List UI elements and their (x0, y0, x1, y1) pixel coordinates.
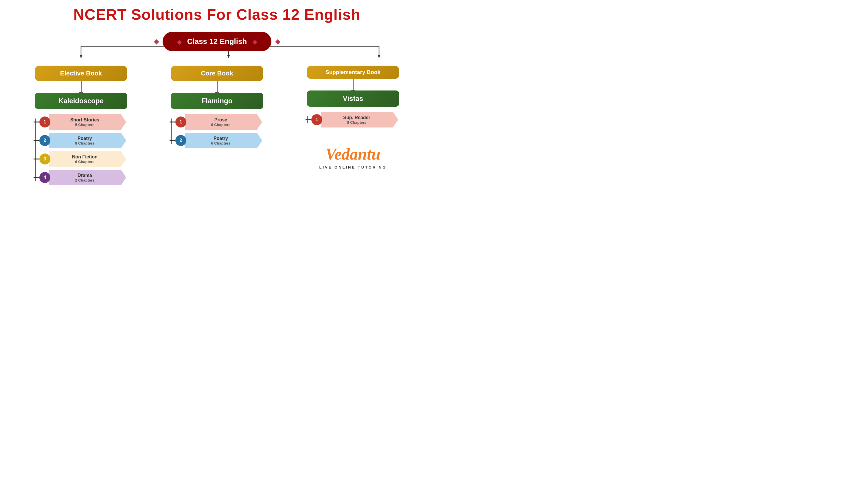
poetry-core-subtitle: 6 Chapters (211, 141, 230, 145)
column-supplementary: Supplementary Book Vistas 1 Sup. Reader (289, 66, 416, 169)
core-type-label: Core Book (201, 70, 233, 77)
chapter-arrow-poetry-core: Poetry 6 Chapters (185, 133, 262, 148)
non-fiction-subtitle: 6 Chapters (75, 160, 94, 164)
chapter-arrow-short-stories: Short Stories 5 Chapters (49, 114, 126, 130)
column-core: Core Book Flamingo 1 Prose 8 Chapt (153, 66, 281, 148)
chapter-num-1-core: 1 (175, 117, 186, 128)
drama-subtitle: 2 Chapters (75, 178, 94, 183)
prose-title: Prose (214, 117, 227, 123)
chapter-num-2-core: 2 (175, 135, 186, 146)
chapter-num-1-supplementary: 1 (311, 114, 322, 125)
elective-bracket (35, 119, 36, 181)
chapter-arrow-prose: Prose 8 Chapters (185, 114, 262, 130)
chapter-sup-reader[interactable]: 1 Sup. Reader 8 Chapters (311, 112, 398, 128)
columns: Elective Book Kaleidoscope 1 (11, 66, 423, 185)
elective-type-label: Elective Book (60, 70, 102, 77)
drama-title: Drama (78, 172, 92, 178)
arrow-down-elective (81, 81, 82, 93)
supplementary-type-label: Supplementary Book (326, 69, 380, 75)
flamingo-label: Flamingo (202, 97, 232, 105)
core-chapters-list: 1 Prose 8 Chapters 2 Poetry 6 Chapter (171, 114, 263, 148)
kaleidoscope-label: Kaleidoscope (58, 97, 103, 105)
chapter-num-3-elective: 3 (39, 154, 50, 164)
core-chapters-wrapper: 1 Prose 8 Chapters 2 Poetry 6 Chapter (171, 114, 263, 148)
page: NCERT Solutions For Class 12 English ◆ C… (0, 0, 434, 244)
page-title: NCERT Solutions For Class 12 English (11, 6, 423, 23)
arrow-down-core (217, 81, 218, 93)
chapter-non-fiction[interactable]: 3 Non Fiction 6 Chapters (39, 151, 126, 167)
chapter-poetry-elective[interactable]: 2 Poetry 8 Chapters (39, 133, 126, 148)
svg-marker-7 (227, 55, 230, 58)
elective-chapters-wrapper: 1 Short Stories 5 Chapters 2 Poetry 8 (35, 114, 127, 185)
svg-marker-6 (80, 55, 83, 58)
column-elective: Elective Book Kaleidoscope 1 (18, 66, 145, 185)
chapter-poetry-core[interactable]: 2 Poetry 6 Chapters (175, 133, 262, 148)
prose-subtitle: 8 Chapters (211, 123, 230, 127)
core-book-node: Core Book (171, 66, 263, 81)
root-label: Class 12 English (187, 37, 247, 46)
chapter-num-2-elective: 2 (39, 135, 50, 146)
root-node: ◆ Class 12 English ◆ (163, 32, 271, 51)
chapter-arrow-poetry-elective: Poetry 8 Chapters (49, 133, 126, 148)
chapter-arrow-sup-reader: Sup. Reader 8 Chapters (321, 112, 398, 128)
svg-marker-8 (378, 55, 380, 58)
supplementary-chapters-list: 1 Sup. Reader 8 Chapters (307, 112, 399, 128)
sup-reader-subtitle: 8 Chapters (347, 120, 366, 125)
non-fiction-title: Non Fiction (72, 154, 97, 160)
elective-chapters-list: 1 Short Stories 5 Chapters 2 Poetry 8 (35, 114, 127, 185)
arrow-down-supplementary (353, 79, 353, 91)
short-stories-subtitle: 5 Chapters (75, 123, 94, 127)
chapter-num-4-elective: 4 (39, 172, 50, 183)
chapter-short-stories[interactable]: 1 Short Stories 5 Chapters (39, 114, 126, 130)
poetry-elective-title: Poetry (78, 136, 92, 141)
supplementary-sub-node: Vistas (307, 91, 399, 107)
supplementary-book-node: Supplementary Book (307, 66, 399, 79)
sup-reader-title: Sup. Reader (343, 115, 370, 120)
vistas-label: Vistas (343, 95, 363, 102)
elective-sub-node: Kaleidoscope (35, 93, 127, 109)
short-stories-title: Short Stories (70, 117, 99, 123)
chapter-arrow-non-fiction: Non Fiction 6 Chapters (49, 151, 126, 167)
chapter-arrow-drama: Drama 2 Chapters (49, 170, 126, 185)
vedantu-logo: Vedantu LIVE ONLINE TUTORING (319, 145, 387, 169)
chapter-num-1-elective: 1 (39, 117, 50, 128)
vedantu-tagline: LIVE ONLINE TUTORING (319, 165, 387, 169)
chapter-drama[interactable]: 4 Drama 2 Chapters (39, 170, 126, 185)
elective-book-node: Elective Book (35, 66, 127, 81)
root-row: ◆ Class 12 English ◆ (11, 29, 423, 51)
poetry-elective-subtitle: 8 Chapters (75, 141, 94, 145)
core-sub-node: Flamingo (171, 93, 263, 109)
tree-container: ◆ Class 12 English ◆ Elective Book Kalei… (11, 29, 423, 185)
vedantu-brand: Vedantu (319, 145, 387, 163)
chapter-prose[interactable]: 1 Prose 8 Chapters (175, 114, 262, 130)
poetry-core-title: Poetry (214, 136, 228, 141)
supplementary-chapters-wrapper: 1 Sup. Reader 8 Chapters (307, 112, 399, 128)
